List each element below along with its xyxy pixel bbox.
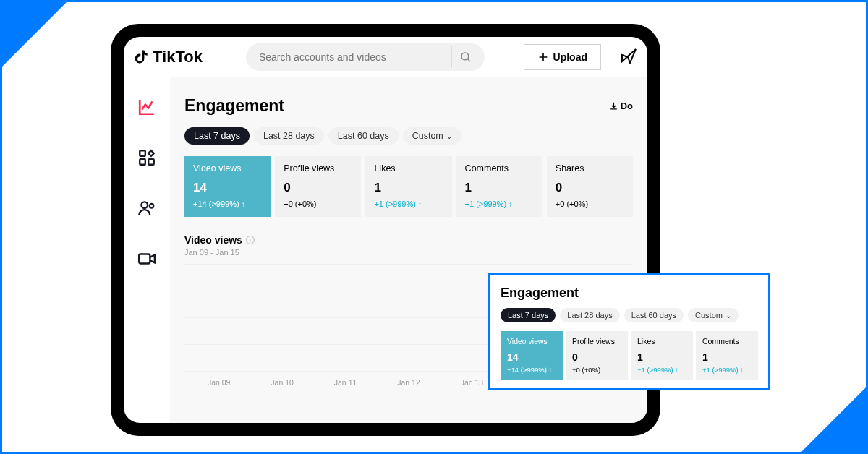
svg-rect-6 [148,159,154,165]
metric-profile-views[interactable]: Profile views0+0 (+0%) [566,331,628,380]
metric-value: 1 [637,351,686,363]
page-title: Engagement [184,96,284,116]
metric-delta: +0 (+0%) [556,200,624,208]
range-last-60-days[interactable]: Last 60 days [624,308,684,322]
metric-profile-views[interactable]: Profile views0+0 (+0%) [275,156,361,217]
arrow-up-icon: ↑ [740,366,744,374]
info-icon[interactable]: i [246,236,255,244]
metric-value: 0 [572,351,621,363]
metric-video-views[interactable]: Video views14+14 (>999%) ↑ [501,331,563,380]
arrow-up-icon: ↑ [675,366,678,374]
chart-subtitle: Jan 09 - Jan 15 [184,248,633,257]
plus-icon [537,51,549,63]
search-button[interactable] [451,46,480,68]
metric-value: 1 [465,181,534,195]
sidebar-followers[interactable] [137,199,156,220]
metric-delta: +1 (>999%) ↑ [465,200,534,208]
metric-label: Likes [374,163,443,174]
grid-line [184,264,633,265]
svg-point-8 [150,204,153,207]
metric-label: Profile views [284,163,352,174]
chart-title: Video views [184,234,242,246]
tiktok-logo[interactable]: TikTok [134,48,203,67]
upload-label: Upload [553,51,587,63]
metric-delta: +1 (>999%) ↑ [702,366,752,374]
metric-value: 1 [374,181,443,195]
download-icon [609,101,618,111]
range-last-60-days[interactable]: Last 60 days [328,127,399,145]
metric-label: Shares [556,163,624,174]
decorative-corner-br [799,385,868,454]
engagement-metrics: Video views14+14 (>999%) ↑Profile views0… [184,156,633,217]
metric-value: 14 [507,351,556,363]
range-custom[interactable]: Custom⌄ [403,127,461,145]
callout-metrics: Video views14+14 (>999%) ↑Profile views0… [501,331,758,380]
range-last-7-days[interactable]: Last 7 days [184,127,250,145]
analytics-chart-icon [137,98,156,116]
metric-value: 14 [193,181,262,195]
search-bar[interactable] [246,43,485,71]
chevron-down-icon: ⌄ [446,132,452,140]
metric-delta: +1 (>999%) ↑ [374,200,443,208]
svg-rect-4 [140,150,145,156]
svg-point-0 [461,53,469,60]
metric-label: Comments [465,163,534,174]
search-input[interactable] [259,51,451,63]
metric-label: Likes [637,337,686,346]
arrow-up-icon: ↑ [549,366,553,374]
upload-button[interactable]: Upload [524,44,601,70]
send-icon[interactable] [620,47,637,67]
sidebar-analytics[interactable] [137,98,156,119]
chevron-down-icon: ⌄ [726,312,731,320]
metric-delta: +0 (+0%) [572,366,621,374]
metric-comments[interactable]: Comments1+1 (>999%) ↑ [456,156,542,217]
svg-point-7 [141,202,148,208]
date-range-row: Last 7 daysLast 28 daysLast 60 daysCusto… [184,127,633,145]
arrow-up-icon: ↑ [418,200,422,208]
arrow-up-icon: ↑ [242,200,245,208]
decorative-corner-tl [0,0,69,69]
svg-line-1 [468,59,471,61]
x-tick: Jan 09 [187,378,250,387]
metric-label: Profile views [572,337,621,346]
metric-delta: +0 (+0%) [284,200,352,208]
metric-value: 0 [284,181,352,195]
x-tick: Jan 12 [377,378,440,387]
metric-label: Video views [193,163,262,174]
followers-icon [137,199,156,218]
svg-rect-5 [140,159,145,165]
range-last-7-days[interactable]: Last 7 days [501,308,556,322]
header: TikTok Upload [124,37,647,77]
arrow-up-icon: ↑ [509,200,512,208]
metric-likes[interactable]: Likes1+1 (>999%) ↑ [631,331,693,380]
metric-shares[interactable]: Shares0+0 (+0%) [547,156,633,217]
range-last-28-days[interactable]: Last 28 days [254,127,324,145]
brand-text: TikTok [153,48,203,67]
x-tick: Jan 11 [314,378,377,387]
search-icon [459,51,472,64]
metric-delta: +1 (>999%) ↑ [637,366,686,374]
video-camera-icon [137,249,156,268]
metric-label: Comments [702,337,752,346]
download-data-link[interactable]: Do [609,100,633,111]
range-custom[interactable]: Custom⌄ [688,308,739,322]
sidebar-content[interactable] [137,148,156,170]
callout-range-row: Last 7 daysLast 28 daysLast 60 daysCusto… [501,308,758,322]
engagement-callout: Engagement Last 7 daysLast 28 daysLast 6… [488,273,770,390]
metric-likes[interactable]: Likes1+1 (>999%) ↑ [365,156,451,217]
metric-video-views[interactable]: Video views14+14 (>999%) ↑ [184,156,271,217]
metric-value: 1 [702,351,752,363]
x-tick: Jan 10 [250,378,313,387]
metric-delta: +14 (>999%) ↑ [193,200,262,208]
sidebar-live[interactable] [137,249,156,271]
metric-comments[interactable]: Comments1+1 (>999%) ↑ [696,331,758,380]
svg-rect-9 [139,254,150,264]
range-last-28-days[interactable]: Last 28 days [560,308,619,322]
metric-label: Video views [507,337,556,346]
sidebar [124,77,170,423]
tiktok-note-icon [134,48,150,66]
grid-add-icon [137,148,156,167]
callout-title: Engagement [501,286,758,301]
metric-value: 0 [556,181,624,195]
metric-delta: +14 (>999%) ↑ [507,366,556,374]
